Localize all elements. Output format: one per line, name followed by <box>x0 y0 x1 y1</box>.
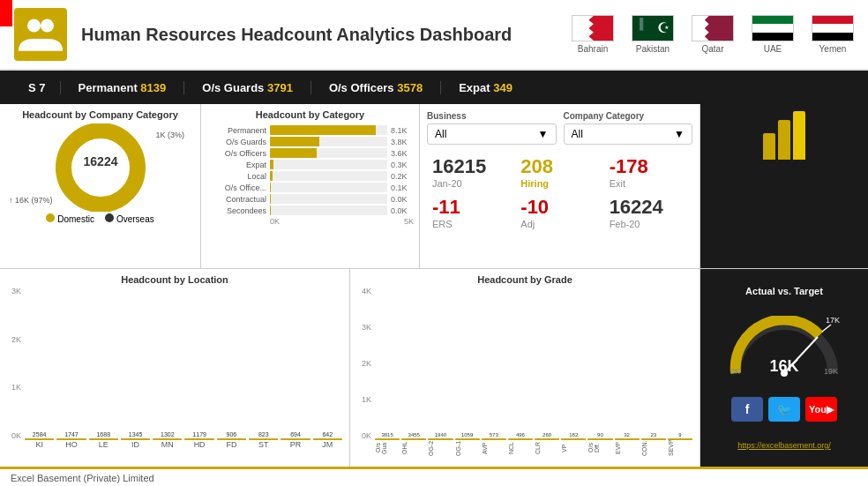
footer: Excel Basement (Private) Limited <box>0 467 868 486</box>
flag-bahrain: Bahrain <box>572 15 614 54</box>
flag-pakistan: ▌ ☪ Pakistan <box>632 15 674 54</box>
grade-xlabel: NCL <box>508 440 533 456</box>
footer-company: Excel Basement (Private) Limited <box>11 473 154 483</box>
location-xlabel: JM <box>313 440 342 449</box>
bottom-row: Headcount by Location 3K2K1K0K 2584 1747… <box>0 269 868 467</box>
grade-bar-col: 260 <box>535 432 559 440</box>
location-bars: 2584 1747 1688 1345 1302 1179 906 823 69… <box>23 287 344 440</box>
panel-grade: Headcount by Grade 4K3K2K1K0K 3815 3455 … <box>350 269 700 467</box>
location-yaxis: 3K2K1K0K <box>5 287 23 456</box>
grade-bar-col: 3815 <box>375 432 400 440</box>
business-label: Business <box>427 111 557 121</box>
stats-bar: S 7 Permanent 8139 O/s Guards 3791 O/s O… <box>0 71 868 104</box>
location-bar-col: 1688 <box>89 431 118 440</box>
category-dropdown[interactable]: All ▼ <box>564 123 693 145</box>
panel-right-dark-bottom: Actual vs. Target 17K 16K 0K 19K <box>700 269 868 467</box>
youtube-button[interactable]: You▶ <box>805 397 837 422</box>
metric-hiring: 208 Hiring <box>515 152 603 192</box>
grade-bar-col: 573 <box>482 432 506 440</box>
panel-location: Headcount by Location 3K2K1K0K 2584 1747… <box>0 269 350 467</box>
flag-qatar: Qatar <box>692 15 734 54</box>
location-xlabels: KIHOLEIDMNHDFDSTPRJM <box>23 440 344 449</box>
location-bar-col: 1179 <box>184 431 213 440</box>
location-xlabel: ID <box>121 440 150 449</box>
svg-text:16224: 16224 <box>83 154 117 168</box>
grade-xlabel: O/s Gua <box>375 440 400 456</box>
grade-bar-col: 23 <box>641 432 666 440</box>
twitter-button[interactable]: 🐦 <box>768 397 800 422</box>
donut-legend: Domestic Overseas <box>5 213 195 224</box>
location-bar-col: 906 <box>217 431 246 440</box>
grade-bar-col: 1059 <box>455 432 480 440</box>
grade-xlabel: OHL <box>401 440 426 456</box>
location-bar-col: 694 <box>281 431 310 440</box>
grade-bars: 3815 3455 1940 1059 573 496 260 182 90 3… <box>373 287 694 440</box>
grade-xlabel: OG-2 <box>428 440 453 456</box>
location-xlabel: PR <box>281 440 310 449</box>
grade-xlabels: O/s GuaOHLOG-2OG-1AVPNCLCLRVPO/s Dff.EVP… <box>373 440 694 456</box>
flag-yemen: Yemen <box>812 15 854 54</box>
flag-uae-label: UAE <box>764 44 782 54</box>
category-label: Company Category <box>564 111 693 121</box>
svg-point-1 <box>41 19 54 33</box>
panel-metrics: Business All ▼ Company Category All ▼ <box>420 104 700 268</box>
business-dropdown[interactable]: All ▼ <box>427 123 557 145</box>
location-bar-col: 823 <box>249 431 278 440</box>
hbar-row: Local 0.2K <box>206 171 414 181</box>
grade-bar-col: 3455 <box>401 432 426 440</box>
grade-xlabel: CON. <box>641 440 666 456</box>
main-content: Headcount by Company Category 16224 1K (… <box>0 104 868 467</box>
svg-text:17K: 17K <box>826 316 840 325</box>
facebook-button[interactable]: f <box>731 397 763 422</box>
header-title: Human Resources Headcount Analytics Dash… <box>81 22 512 47</box>
grade-xlabel: OG-1 <box>455 440 480 456</box>
header: Human Resources Headcount Analytics Dash… <box>0 0 868 71</box>
location-xlabel: MN <box>153 440 182 449</box>
grade-yaxis: 4K3K2K1K0K <box>355 287 373 456</box>
grade-xlabel: EVP <box>615 440 640 456</box>
metric-ers: -11 ERS <box>427 192 515 233</box>
location-xlabel: LE <box>89 440 118 449</box>
metric-exit: -178 Exit <box>604 152 692 192</box>
website-link[interactable]: https://excelbasement.org/ <box>737 441 831 450</box>
location-bar-col: 1345 <box>121 431 150 440</box>
grade-bar-col: 9 <box>668 432 692 440</box>
grade-bar-col: 1940 <box>428 432 453 440</box>
grade-xlabel: O/s Dff. <box>587 440 612 456</box>
hbar-row: O/s Officers 3.6K <box>206 148 414 158</box>
flag-uae: UAE <box>752 15 794 54</box>
stats-item-expat: Expat 349 <box>441 81 530 94</box>
grade-xlabel: SEVP <box>668 440 692 456</box>
location-xlabel: FD <box>217 440 246 449</box>
hbar-row: Contractual 0.0K <box>206 194 414 204</box>
metric-jan20: 16215 Jan-20 <box>427 152 515 192</box>
grade-xlabel: VP <box>561 440 586 456</box>
flags-container: Bahrain ▌ ☪ Pakistan Qatar UAE <box>572 15 854 54</box>
location-bar-col: 642 <box>313 431 342 440</box>
donut-chart-svg: 16224 <box>52 123 149 212</box>
hbar-row: Permanent 8.1K <box>206 125 414 135</box>
location-title: Headcount by Location <box>5 274 344 285</box>
panel-right-dark-top <box>700 104 868 268</box>
grade-title: Headcount by Grade <box>355 274 694 285</box>
social-icons: f 🐦 You▶ <box>731 397 837 422</box>
location-xlabel: ST <box>249 440 278 449</box>
powerbi-icon <box>763 111 805 160</box>
grade-bar-col: 496 <box>508 432 533 440</box>
location-xlabel: HD <box>184 440 213 449</box>
people-icon <box>19 12 63 56</box>
flag-pakistan-label: Pakistan <box>636 44 670 54</box>
metric-adj: -10 Adj <box>515 192 603 233</box>
panel-donut: Headcount by Company Category 16224 1K (… <box>0 104 201 268</box>
gauge: 17K 16K 0K 19K <box>727 316 842 378</box>
location-xlabel: HO <box>56 440 86 449</box>
grade-xlabel: AVP <box>482 440 506 456</box>
stats-item-permanent: Permanent 8139 <box>61 81 185 94</box>
hbar-row: O/s Guards 3.8K <box>206 137 414 146</box>
grade-xlabel: CLR <box>535 440 559 456</box>
stats-item-guards: O/s Guards 3791 <box>184 81 311 94</box>
hbar-row: Secondees 0.0K <box>206 206 414 215</box>
grade-bar-col: 32 <box>615 432 640 440</box>
location-bar-col: 2584 <box>25 431 54 440</box>
top-row: Headcount by Company Category 16224 1K (… <box>0 104 868 269</box>
